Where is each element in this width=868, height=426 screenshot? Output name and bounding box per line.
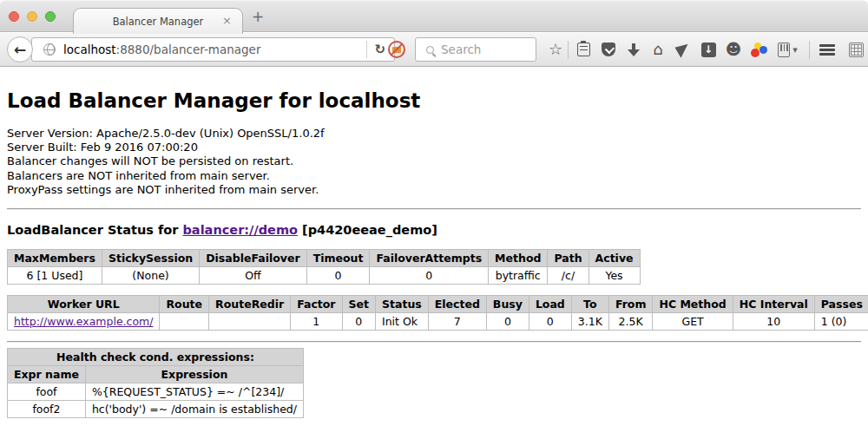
- reload-button[interactable]: ↻: [374, 42, 385, 57]
- column-header: HC Method: [653, 296, 733, 313]
- divider: [7, 341, 861, 343]
- minimize-window-button[interactable]: [27, 11, 37, 22]
- url-bar[interactable]: localhost:8880/balancer-manager ↻: [31, 37, 395, 62]
- bookmark-star-icon[interactable]: ☆: [546, 40, 565, 59]
- table-row: foof%{REQUEST_STATUS} =~ /^[234]/: [8, 383, 304, 401]
- divider: [7, 208, 861, 210]
- url-path: :8880/balancer-manager: [116, 43, 261, 56]
- table-cell: 2.5K: [608, 313, 653, 331]
- column-header: MaxMembers: [8, 250, 102, 267]
- download-square-icon[interactable]: ↓: [699, 40, 718, 59]
- browser-window: Balancer Manager × + ← localhost:8880/ba…: [0, 0, 868, 426]
- clipboard-glyph: [577, 43, 590, 56]
- chat-smiley-icon[interactable]: ☻: [724, 40, 743, 59]
- star-glyph: ☆: [549, 42, 562, 57]
- site-identity-globe-icon: [43, 43, 56, 56]
- send-plane-icon[interactable]: [674, 40, 693, 59]
- smiley-glyph: ☻: [726, 42, 742, 57]
- column-header: Method: [489, 250, 548, 267]
- heading-prefix: LoadBalancer Status for: [7, 223, 182, 237]
- home-glyph: ⌂: [653, 42, 662, 57]
- dots-glyph: [751, 43, 767, 57]
- reading-list-icon[interactable]: [574, 40, 593, 59]
- flash-block-icon[interactable]: [388, 41, 405, 58]
- table-cell: Init Ok: [376, 313, 429, 331]
- search-bar[interactable]: [415, 37, 536, 62]
- column-header: Expr name: [8, 366, 86, 383]
- column-header: Worker URL: [8, 296, 160, 313]
- column-header: DisableFailover: [200, 250, 306, 267]
- overflow-caret-icon[interactable]: ▾: [790, 40, 800, 59]
- column-header: Elected: [428, 296, 486, 313]
- tab-balancer-manager[interactable]: Balancer Manager ×: [73, 8, 243, 34]
- table-row: http://www.example.com/ 10Init Ok7003.1K…: [8, 313, 868, 331]
- table-cell: GET: [653, 313, 733, 331]
- table-cell: 7: [428, 313, 486, 331]
- column-header: To: [571, 296, 608, 313]
- table-cell: 0: [370, 267, 489, 285]
- hamburger-glyph: [819, 44, 835, 47]
- table-cell: 1 (0): [814, 313, 868, 331]
- balancer-link[interactable]: balancer://demo: [182, 223, 298, 237]
- urlbar-divider: [366, 41, 367, 58]
- table-cell: 10: [733, 313, 814, 331]
- table-cell: [160, 313, 209, 331]
- close-window-button[interactable]: [9, 11, 19, 22]
- page-content: Load Balancer Manager for localhost Serv…: [0, 67, 868, 426]
- caret-glyph: ▾: [792, 44, 798, 56]
- column-header: Passes: [814, 296, 868, 313]
- inherit-notice-line: Balancers are NOT inherited from main se…: [7, 169, 861, 183]
- grid-glyph: [849, 43, 864, 57]
- search-icon: [426, 46, 434, 54]
- back-button[interactable]: ←: [7, 36, 33, 62]
- home-icon[interactable]: ⌂: [648, 40, 667, 59]
- column-header: Set: [342, 296, 375, 313]
- zoom-window-button[interactable]: [45, 11, 56, 22]
- tab-bar: Balancer Manager × +: [0, 0, 868, 32]
- column-header: Expression: [85, 366, 303, 383]
- table-cell: %{REQUEST_STATUS} =~ /^[234]/: [85, 383, 303, 401]
- column-header: Timeout: [306, 250, 370, 267]
- heading-suffix: [p4420eeae_demo]: [298, 223, 437, 237]
- table-cell: hc('body') =~ /domain is established/: [85, 401, 303, 418]
- table-cell: Off: [200, 267, 306, 285]
- table-row: 6 [1 Used](None)Off00bytraffic/c/Yes: [8, 267, 641, 285]
- table-cell: 0: [486, 313, 529, 331]
- pocket-icon[interactable]: [599, 40, 618, 59]
- downloads-icon[interactable]: [624, 40, 643, 59]
- pocket-glyph: [602, 43, 615, 56]
- tab-title: Balancer Manager: [113, 16, 204, 28]
- column-header: Status: [376, 296, 429, 313]
- column-header: Load: [529, 296, 571, 313]
- server-version-line: Server Version: Apache/2.5.0-dev (Unix) …: [7, 127, 861, 141]
- tab-close-icon[interactable]: ×: [222, 14, 232, 27]
- page-title: Load Balancer Manager for localhost: [7, 89, 861, 112]
- plane-glyph: [674, 41, 692, 58]
- balancer-params-table: MaxMembersStickySessionDisableFailoverTi…: [7, 249, 641, 285]
- download-square-glyph: ↓: [701, 43, 716, 57]
- persist-notice-line: Balancer changes will NOT be persisted o…: [7, 154, 861, 168]
- url-domain: localhost: [63, 43, 116, 56]
- back-arrow-icon: ←: [14, 41, 26, 58]
- table-cell: 1: [291, 313, 342, 331]
- table-cell: [209, 313, 291, 331]
- table-cell: 0: [342, 313, 375, 331]
- worker-url-link[interactable]: http://www.example.com/: [14, 315, 153, 328]
- table-cell: foof: [8, 383, 86, 401]
- server-built-line: Server Built: Feb 9 2016 07:00:20: [7, 141, 861, 154]
- download-arrow-glyph: [628, 43, 640, 56]
- column-header: Active: [589, 250, 640, 267]
- menu-hamburger-icon[interactable]: [818, 40, 837, 59]
- table-cell: 0: [306, 267, 370, 285]
- column-header: StickySession: [102, 250, 199, 267]
- column-header: Busy: [486, 296, 529, 313]
- search-input[interactable]: [441, 43, 536, 56]
- color-dots-icon[interactable]: [749, 40, 768, 59]
- page-grid-icon[interactable]: [846, 40, 865, 59]
- health-check-table: Health check cond. expressions:Expr name…: [7, 348, 304, 418]
- column-header: RouteRedir: [209, 296, 291, 313]
- url-text[interactable]: localhost:8880/balancer-manager: [63, 43, 366, 56]
- new-tab-button[interactable]: +: [252, 8, 264, 25]
- table-row: foof2hc('body') =~ /domain is establishe…: [8, 401, 304, 418]
- column-header: HC Interval: [733, 296, 814, 313]
